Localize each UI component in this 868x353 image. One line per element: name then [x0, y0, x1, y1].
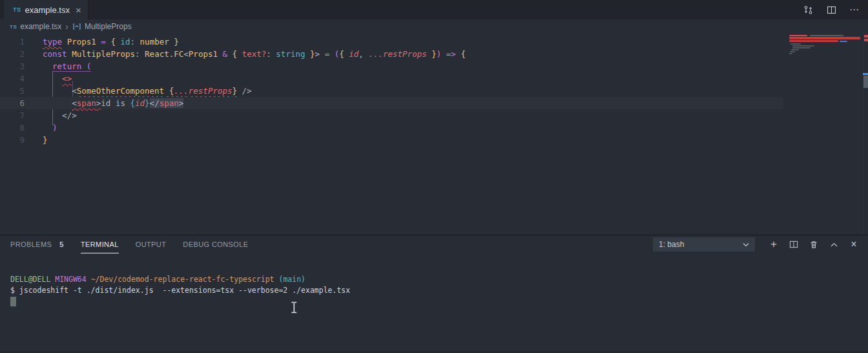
- panel-tab-debug-console[interactable]: DEBUG CONSOLE: [183, 235, 248, 253]
- kill-terminal-trash-icon[interactable]: [808, 239, 820, 250]
- terminal-line-2: $ jscodeshift -t ./dist/index.js --exten…: [10, 285, 350, 296]
- code-line-2[interactable]: 2const MultipleProps: React.FC<Props1 & …: [0, 48, 868, 60]
- code-text: <>: [43, 72, 72, 85]
- line-number[interactable]: 5: [0, 85, 43, 97]
- code-lines: 1type Props1 = { id: number }2const Mult…: [0, 34, 868, 146]
- chevron-down-icon: [743, 242, 749, 247]
- minimap-error-mark: [789, 40, 838, 42]
- minimap-code-mark: [790, 43, 801, 45]
- editor-tab-bar: TS example.tsx × ⋯: [0, 0, 868, 19]
- problems-count-badge: 5: [59, 241, 64, 248]
- line-number[interactable]: 2: [0, 48, 43, 60]
- close-tab-icon[interactable]: ×: [76, 5, 81, 15]
- ruler-error-mark: [864, 39, 868, 41]
- open-changes-icon[interactable]: [802, 4, 814, 16]
- typescript-file-icon: TS: [13, 6, 21, 13]
- panel-tab-terminal[interactable]: TERMINAL: [81, 235, 119, 253]
- code-line-3[interactable]: 3 return (: [0, 60, 868, 72]
- maximize-panel-chevron-up-icon[interactable]: [828, 239, 840, 250]
- minimap-info-mark: [840, 41, 847, 42]
- code-text: type Props1 = { id: number }: [43, 36, 179, 48]
- terminal-picker-label: 1: bash: [659, 240, 684, 249]
- terminal-output[interactable]: DELL@DELL MINGW64 ~/Dev/codemod-replace-…: [10, 274, 350, 296]
- terminal-line-1: DELL@DELL MINGW64 ~/Dev/codemod-replace-…: [10, 274, 350, 285]
- breadcrumb: TS example.tsx › MultipleProps: [0, 19, 868, 34]
- tab-example-tsx[interactable]: TS example.tsx ×: [4, 0, 88, 19]
- minimap-code-mark: [790, 51, 795, 52]
- close-panel-icon[interactable]: ×: [848, 239, 860, 250]
- line-number[interactable]: 7: [0, 109, 43, 122]
- panel-header: PROBLEMS5TERMINALOUTPUTDEBUG CONSOLE 1: …: [0, 235, 868, 253]
- code-line-6[interactable]: 6 <span>id is {id}</span>: [0, 97, 868, 109]
- minimap-code-mark: [810, 35, 843, 36]
- code-text: <span>id is {id}</span>: [43, 97, 183, 109]
- code-text: return (: [43, 60, 91, 72]
- terminal-cursor: [10, 297, 16, 306]
- split-terminal-icon[interactable]: [788, 239, 800, 250]
- new-terminal-icon[interactable]: +: [768, 239, 780, 250]
- symbol-variable-icon: [72, 22, 81, 31]
- code-line-1[interactable]: 1type Props1 = { id: number }: [0, 36, 868, 48]
- panel-tab-problems[interactable]: PROBLEMS5: [10, 235, 64, 253]
- panel-tabs: PROBLEMS5TERMINALOUTPUTDEBUG CONSOLE: [10, 235, 265, 253]
- code-line-8[interactable]: 8 ): [0, 122, 868, 134]
- line-number[interactable]: 4: [0, 72, 43, 85]
- typescript-file-icon: TS: [10, 24, 17, 30]
- code-line-9[interactable]: 9}: [0, 134, 868, 146]
- tab-title: example.tsx: [25, 5, 70, 15]
- code-line-7[interactable]: 7 </>: [0, 109, 868, 122]
- terminal-picker[interactable]: 1: bash: [653, 237, 755, 251]
- split-editor-icon[interactable]: [825, 4, 837, 16]
- bottom-panel: PROBLEMS5TERMINALOUTPUTDEBUG CONSOLE 1: …: [0, 235, 868, 353]
- minimap[interactable]: [787, 34, 863, 235]
- breadcrumb-file[interactable]: example.tsx: [20, 22, 61, 31]
- editor-actions: ⋯: [802, 0, 860, 19]
- line-number[interactable]: 9: [0, 134, 43, 146]
- minimap-error-mark: [789, 37, 860, 39]
- code-text: const MultipleProps: React.FC<Props1 & {…: [43, 48, 466, 60]
- line-number[interactable]: 6: [0, 97, 43, 109]
- ruler-error-mark: [864, 35, 868, 37]
- minimap-error-mark: [789, 35, 807, 36]
- minimap-code-mark: [792, 47, 811, 48]
- ruler-cursor-mark: [863, 73, 868, 75]
- vscode-window: TS example.tsx × ⋯ TS example.tsx ›: [0, 0, 868, 353]
- code-line-4[interactable]: 4 <>: [0, 72, 868, 85]
- code-text: ): [43, 122, 57, 134]
- minimap-code-mark: [792, 45, 814, 47]
- code-line-5[interactable]: 5 <SomeOtherComponent {...restProps} />: [0, 85, 868, 97]
- scrollbar-thumb[interactable]: [863, 76, 868, 88]
- minimap-code-mark: [789, 53, 792, 54]
- overview-ruler[interactable]: [863, 34, 868, 235]
- panel-actions: 1: bash + ×: [653, 237, 860, 251]
- panel-tab-output[interactable]: OUTPUT: [136, 235, 167, 253]
- minimap-code-mark: [791, 49, 799, 50]
- code-text: }: [43, 134, 48, 146]
- chevron-right-icon: ›: [65, 22, 68, 31]
- more-actions-icon[interactable]: ⋯: [849, 4, 860, 16]
- code-text: </>: [43, 109, 77, 122]
- line-number[interactable]: 8: [0, 122, 43, 134]
- breadcrumb-symbol[interactable]: MultipleProps: [85, 22, 132, 31]
- line-number[interactable]: 3: [0, 60, 43, 72]
- line-number[interactable]: 1: [0, 36, 43, 48]
- code-editor[interactable]: 1type Props1 = { id: number }2const Mult…: [0, 34, 868, 235]
- code-text: <SomeOtherComponent {...restProps} />: [43, 85, 252, 97]
